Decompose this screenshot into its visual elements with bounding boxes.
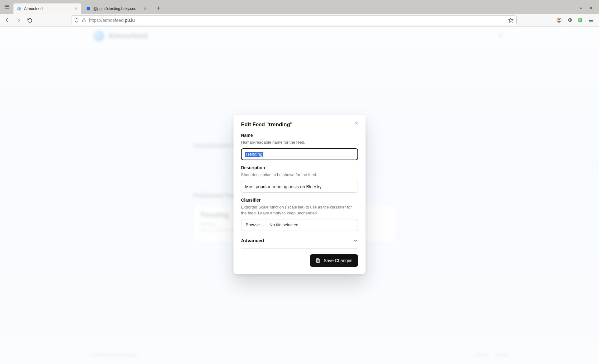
close-icon[interactable] bbox=[353, 120, 360, 127]
svg-rect-3 bbox=[87, 7, 90, 10]
browse-button[interactable]: Browse… bbox=[241, 219, 269, 231]
reload-button[interactable] bbox=[26, 16, 34, 24]
classifier-file-input[interactable]: Browse… No file selected. bbox=[241, 219, 358, 231]
label-description: Description bbox=[241, 165, 358, 170]
help-classifier: Exported Scale function (.scale file) to… bbox=[241, 204, 358, 216]
description-input[interactable] bbox=[241, 181, 358, 193]
advanced-label: Advanced bbox=[241, 238, 264, 243]
svg-rect-4 bbox=[83, 20, 85, 22]
field-classifier: Classifier Exported Scale function (.sca… bbox=[241, 198, 358, 231]
selected-text: Trending bbox=[245, 152, 263, 157]
shield-icon[interactable] bbox=[74, 18, 79, 23]
favicon-bsky bbox=[86, 6, 91, 11]
hamburger-menu-icon[interactable] bbox=[588, 17, 594, 23]
save-changes-button[interactable]: Save Changes bbox=[310, 254, 358, 267]
save-icon bbox=[316, 258, 321, 263]
new-tab-button[interactable] bbox=[153, 3, 163, 13]
favicon-atmosfeed bbox=[17, 6, 22, 11]
label-name: Name bbox=[241, 133, 358, 138]
address-bar[interactable]: https://atmosfeed.p8.lu bbox=[71, 15, 517, 25]
modal-title: Edit Feed "trending" bbox=[241, 122, 293, 128]
tab-active[interactable]: Atmosfeed bbox=[13, 3, 82, 14]
no-file-label: No file selected. bbox=[268, 223, 300, 227]
svg-point-6 bbox=[558, 19, 560, 21]
svg-rect-8 bbox=[579, 20, 581, 20]
window-close-icon[interactable] bbox=[588, 5, 594, 11]
extensions-icon[interactable] bbox=[567, 17, 573, 23]
edit-feed-modal: Edit Feed "trending" Name Human-readable… bbox=[234, 115, 366, 274]
label-classifier: Classifier bbox=[241, 198, 358, 203]
history-panel-icon[interactable] bbox=[2, 2, 11, 11]
container-badge-icon[interactable] bbox=[577, 17, 583, 23]
field-name: Name Human-readable name for the feed. T… bbox=[241, 133, 358, 160]
forward-button[interactable] bbox=[14, 16, 22, 24]
bookmark-star-icon[interactable] bbox=[508, 17, 514, 23]
tab-close-icon[interactable] bbox=[73, 6, 78, 11]
address-bar-row: https://atmosfeed.p8.lu bbox=[0, 14, 599, 27]
url-text: https://atmosfeed.p8.lu bbox=[89, 18, 506, 23]
back-button[interactable] bbox=[3, 16, 11, 24]
tab-inactive[interactable]: @pojntfxtesting.bsky.soc bbox=[82, 3, 151, 14]
svg-point-2 bbox=[18, 7, 20, 9]
svg-rect-9 bbox=[579, 21, 581, 21]
help-name: Human-readable name for the feed. bbox=[241, 140, 358, 145]
lock-icon[interactable] bbox=[81, 18, 86, 23]
profile-icon[interactable] bbox=[556, 17, 562, 23]
tab-close-icon[interactable] bbox=[143, 6, 148, 11]
svg-rect-7 bbox=[578, 18, 582, 22]
page-viewport: Atmosfeed Unpublished Feeds Published Fe… bbox=[0, 27, 599, 364]
tab-title: Atmosfeed bbox=[24, 7, 71, 11]
browser-chrome: Atmosfeed @pojntfxtesting.bsky.soc bbox=[0, 0, 599, 27]
svg-rect-10 bbox=[317, 261, 319, 262]
svg-rect-0 bbox=[5, 5, 9, 8]
advanced-toggle[interactable]: Advanced bbox=[241, 238, 358, 249]
tab-title: @pojntfxtesting.bsky.soc bbox=[93, 7, 140, 11]
tabs-dropdown-icon[interactable] bbox=[578, 5, 584, 11]
save-label: Save Changes bbox=[324, 258, 353, 263]
tab-strip: Atmosfeed @pojntfxtesting.bsky.soc bbox=[0, 0, 599, 14]
field-description: Description Short description to be show… bbox=[241, 165, 358, 193]
chevron-down-icon bbox=[353, 238, 358, 243]
name-input[interactable]: Trending bbox=[241, 148, 358, 160]
help-description: Short description to be shown for the fe… bbox=[241, 172, 358, 178]
